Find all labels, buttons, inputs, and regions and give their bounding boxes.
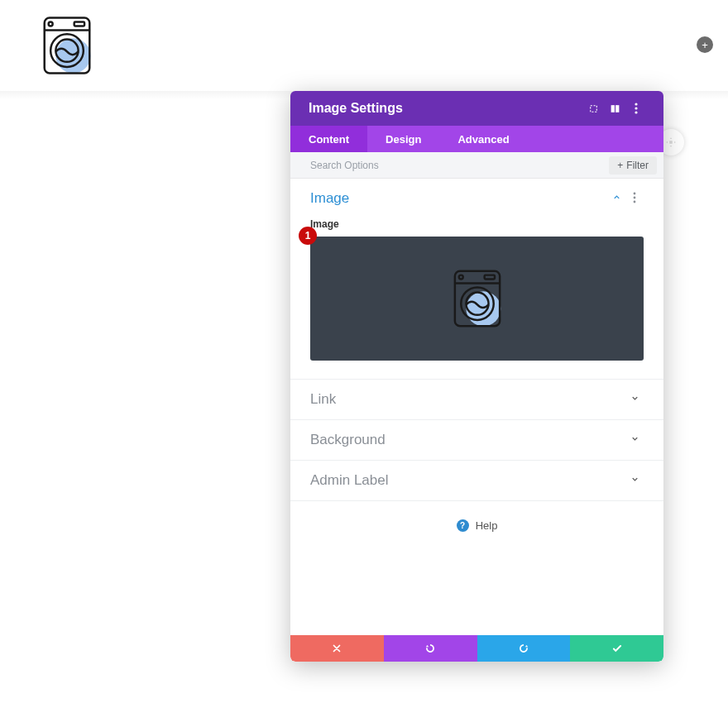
svg-rect-9 <box>615 105 619 112</box>
image-field-label: Image <box>310 218 644 230</box>
chevron-down-icon[interactable] <box>625 434 644 446</box>
svg-point-15 <box>634 200 636 203</box>
filter-button[interactable]: + Filter <box>609 156 657 175</box>
columns-icon <box>610 103 620 114</box>
step-badge: 1 <box>299 227 317 245</box>
section-title: Background <box>310 432 625 448</box>
check-icon <box>611 643 623 654</box>
svg-point-10 <box>635 103 637 105</box>
tab-content[interactable]: Content <box>290 126 367 152</box>
columns-button[interactable] <box>604 103 625 114</box>
confirm-button[interactable] <box>570 635 663 662</box>
tab-advanced[interactable]: Advanced <box>439 126 527 152</box>
undo-button[interactable] <box>384 635 477 662</box>
tab-label: Advanced <box>457 133 509 146</box>
svg-rect-8 <box>611 105 614 112</box>
section-head-background[interactable]: Background <box>290 420 663 460</box>
redo-button[interactable] <box>477 635 571 662</box>
svg-rect-7 <box>590 105 596 112</box>
add-module-button[interactable]: + <box>697 36 713 53</box>
filter-label: Filter <box>626 160 649 171</box>
section-admin-label: Admin Label <box>290 461 663 501</box>
cancel-button[interactable] <box>290 635 384 662</box>
tab-design[interactable]: Design <box>367 126 439 152</box>
section-title: Admin Label <box>310 472 625 489</box>
help-icon: ? <box>457 519 469 532</box>
close-icon <box>332 643 342 653</box>
kebab-icon <box>635 103 638 114</box>
chevron-down-icon[interactable] <box>625 394 644 405</box>
section-kebab-button[interactable] <box>625 192 644 206</box>
drag-icon <box>665 136 677 148</box>
page-logo <box>41 13 93 78</box>
tab-label: Design <box>386 133 421 146</box>
svg-point-11 <box>635 107 637 109</box>
section-image: Image Image 1 <box>290 179 663 380</box>
tabs: Content Design Advanced <box>290 126 663 152</box>
expand-icon <box>588 103 599 114</box>
svg-point-13 <box>634 192 636 194</box>
help-label: Help <box>476 519 498 532</box>
kebab-icon <box>633 192 636 203</box>
washing-machine-icon <box>452 268 503 329</box>
chevron-up-icon[interactable] <box>607 193 625 204</box>
section-background: Background <box>290 420 663 461</box>
section-head-image[interactable]: Image <box>290 179 663 218</box>
redo-icon <box>518 643 529 654</box>
svg-point-14 <box>634 196 636 198</box>
panel-footer <box>290 635 663 662</box>
section-head-admin-label[interactable]: Admin Label <box>290 461 663 500</box>
kebab-menu-button[interactable] <box>625 103 647 114</box>
image-settings-panel: Image Settings Content Design Advanced S… <box>290 91 663 662</box>
panel-title: Image Settings <box>309 101 582 116</box>
expand-button[interactable] <box>582 103 604 114</box>
svg-point-12 <box>635 111 637 113</box>
plus-icon: + <box>702 40 708 50</box>
chevron-down-icon[interactable] <box>625 475 644 486</box>
undo-icon <box>424 643 436 654</box>
search-input[interactable]: Search Options <box>310 160 609 171</box>
section-title: Image <box>310 190 607 207</box>
image-preview[interactable]: 1 <box>310 237 644 361</box>
section-head-link[interactable]: Link <box>290 380 663 419</box>
section-title: Link <box>310 391 625 408</box>
content-area: Image Image 1 Link <box>290 179 663 635</box>
search-row: Search Options + Filter <box>290 152 663 179</box>
washing-machine-icon <box>41 13 93 78</box>
panel-header: Image Settings <box>290 91 663 126</box>
help-row[interactable]: ? Help <box>290 501 663 550</box>
plus-icon: + <box>617 160 623 171</box>
tab-label: Content <box>309 133 349 146</box>
section-link: Link <box>290 380 663 420</box>
